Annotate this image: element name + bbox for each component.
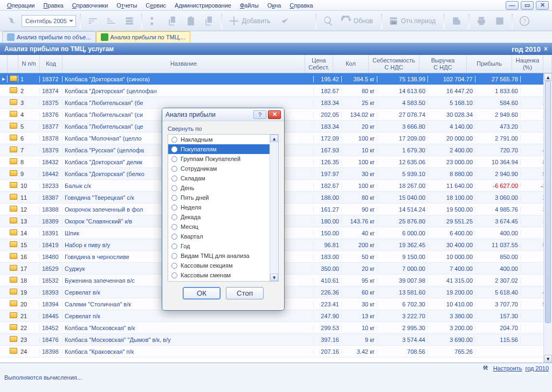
tab-1[interactable]: Анализ прибыли по ТМЦ,...	[96, 31, 191, 43]
table-row[interactable]: 2318476Колбаса "Московская" "Дымов" в/к,…	[0, 334, 552, 346]
folder-icon	[8, 218, 18, 225]
scroll-up-icon[interactable]: ▴	[270, 135, 278, 142]
radio-option[interactable]: Неделя	[168, 202, 278, 212]
table-row[interactable]: 2418398Колбаса "Краковская" п/к207.163.4…	[0, 346, 552, 358]
menu-directories[interactable]: Справочники	[68, 1, 112, 10]
check-icon[interactable]	[277, 13, 293, 29]
radio-option[interactable]: Покупателям	[168, 144, 278, 154]
table-row[interactable]: 2118445Сервелат п/к247.9013 кг3 222.703 …	[0, 310, 552, 322]
cell-cost: 75 138.99	[377, 76, 428, 82]
dialog-close-button[interactable]: ✕	[268, 110, 281, 119]
radio-icon	[171, 214, 177, 220]
menu-operations[interactable]: Операции	[3, 1, 38, 10]
col-margin[interactable]: Наценка(%)	[512, 55, 543, 73]
table-row[interactable]: 2218452Колбаса "Московская" в/к299.5310 …	[0, 322, 552, 334]
cell-code: 18378	[40, 135, 63, 142]
period-dropdown[interactable]: Сентябрь 2005	[22, 15, 76, 27]
configure-link[interactable]: Настроить	[493, 365, 522, 372]
tab-0[interactable]: Анализ прибыли по объе...	[2, 31, 96, 43]
menu-reports[interactable]: Отчеты	[113, 1, 141, 10]
radio-option[interactable]: Месяц	[168, 222, 278, 232]
scroll-down-icon[interactable]: ▾	[544, 355, 552, 362]
col-price[interactable]: ЦенаСебест.	[305, 55, 333, 73]
col-qty[interactable]: Кол	[333, 55, 369, 73]
print-preview-icon[interactable]	[492, 13, 508, 29]
table-row[interactable]: ▸118372Колбаса "Докторская" (синюга)195.…	[0, 73, 552, 85]
radio-option[interactable]: Видам ТМЦ для анализа	[168, 251, 278, 261]
col-npp[interactable]: N п/п	[18, 55, 40, 73]
row-indicator: ▸	[0, 75, 8, 82]
cell-npp: 7	[18, 147, 40, 153]
cell-name: Колбаса "Краковская" п/к	[63, 348, 314, 355]
cell-rev: 4 140.00	[428, 123, 475, 130]
scroll-up-icon[interactable]: ▴	[544, 73, 552, 81]
cell-rev: 3 380.00	[428, 313, 475, 319]
vertical-scrollbar[interactable]: ▴ ▾	[543, 73, 552, 362]
menu-edit[interactable]: Правка	[39, 1, 67, 10]
sort-asc-icon[interactable]	[85, 13, 101, 29]
radio-option[interactable]: Квартал	[168, 232, 278, 241]
dialog-help-button[interactable]: ?	[253, 110, 266, 119]
table-row[interactable]: 218374Колбаса "Докторская" (целлофан182.…	[0, 85, 552, 97]
cell-qty: 30 кг	[342, 301, 377, 307]
dialog-group-label: Свернуть по	[168, 125, 279, 132]
menu-service[interactable]: Сервис	[142, 1, 170, 10]
cell-profit: 3 674.45	[475, 218, 521, 225]
add-icon[interactable]: Добавить	[226, 13, 275, 29]
radio-option[interactable]: Год	[168, 241, 278, 251]
dialog-scrollbar[interactable]: ▴ ▾	[270, 135, 278, 281]
radio-option[interactable]: День	[168, 183, 278, 193]
stop-button[interactable]: Стоп	[226, 287, 264, 299]
dialog-titlebar[interactable]: Анализ прибыли ? ✕	[162, 108, 284, 121]
scroll-down-icon[interactable]: ▾	[270, 274, 278, 281]
cut-icon[interactable]	[146, 13, 162, 29]
window-restore-button[interactable]: ▭	[521, 1, 534, 10]
menu-admin[interactable]: Администрирование	[171, 1, 235, 10]
radio-option[interactable]: Кассовым секциям	[168, 261, 278, 270]
refresh-icon[interactable]: Обнов	[339, 13, 377, 29]
export-icon[interactable]	[448, 13, 465, 29]
sort-desc-icon[interactable]	[103, 13, 119, 29]
delete-icon[interactable]	[295, 13, 312, 29]
window-minimize-button[interactable]: —	[506, 1, 519, 10]
menu-windows[interactable]: Окна	[264, 1, 285, 10]
cell-price: 150.00	[314, 230, 342, 236]
tools-icon[interactable]	[3, 13, 19, 29]
col-rev[interactable]: ВыручкаС НДС	[419, 55, 467, 73]
menu-files[interactable]: Файлы	[236, 1, 263, 10]
radio-option[interactable]: Декада	[168, 212, 278, 222]
radio-option[interactable]: Сотрудникам	[168, 164, 278, 173]
footer-period-link[interactable]: год 2010	[525, 365, 549, 372]
table-row[interactable]: 318375Колбаса "Любительская" (бе183.3425…	[0, 97, 552, 109]
cell-rev: 20 000.00	[428, 135, 475, 142]
radio-option[interactable]: Кассовым сменам	[168, 270, 278, 280]
copy-special-icon[interactable]	[201, 13, 217, 29]
col-code[interactable]: Код	[40, 55, 63, 73]
settings-icon[interactable]	[121, 13, 137, 29]
cell-npp: 17	[18, 265, 40, 272]
col-cost[interactable]: СебестоимостьС НДС	[369, 55, 419, 73]
cell-npp: 8	[18, 159, 40, 165]
report-close-icon[interactable]: ×	[544, 45, 548, 53]
col-name[interactable]: Название	[63, 55, 305, 73]
cell-rev: 3 690.00	[428, 337, 475, 343]
cell-profit: -6 627.00	[475, 183, 521, 189]
copy-icon[interactable]	[164, 13, 181, 29]
col-profit[interactable]: Прибыль	[467, 55, 512, 73]
folder-icon	[8, 146, 18, 153]
help-icon[interactable]: ?	[516, 13, 533, 29]
print-icon[interactable]	[473, 13, 489, 29]
radio-option[interactable]: Группам Покупателей	[168, 154, 278, 164]
search-icon[interactable]	[320, 13, 336, 29]
radio-option[interactable]: Складам	[168, 173, 278, 183]
calendar-icon[interactable]: 24Отч.период	[386, 13, 440, 29]
radio-option[interactable]: Видам товарных операций	[168, 280, 278, 282]
paste-icon[interactable]	[183, 13, 199, 29]
ok-button[interactable]: ОК	[183, 287, 220, 299]
menu-help[interactable]: Справка	[286, 1, 316, 10]
cell-code: 18376	[40, 111, 63, 118]
window-close-button[interactable]: ✕	[536, 1, 549, 10]
scroll-thumb[interactable]	[545, 81, 551, 323]
radio-option[interactable]: Пять дней	[168, 193, 278, 202]
radio-option[interactable]: Накладным	[168, 135, 278, 144]
